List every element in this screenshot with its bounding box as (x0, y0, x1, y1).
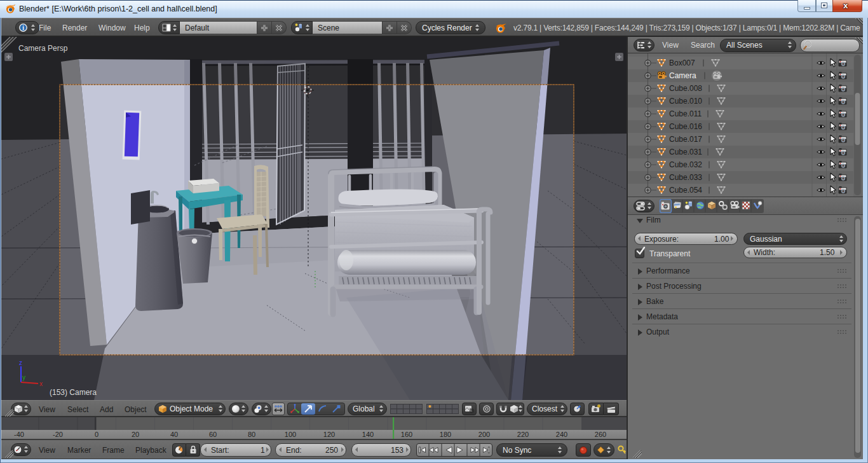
svg-text:160: 160 (401, 431, 412, 438)
svg-text:220: 220 (517, 431, 529, 438)
svg-text:20: 20 (132, 431, 139, 438)
svg-text:140: 140 (362, 431, 374, 438)
svg-text:120: 120 (323, 431, 335, 438)
svg-text:180: 180 (440, 431, 451, 438)
svg-text:Cube.008: Cube.008 (669, 84, 702, 93)
svg-text:Camera Persp: Camera Persp (18, 44, 68, 53)
svg-text:Cube.011: Cube.011 (669, 109, 702, 118)
svg-text:z: z (19, 359, 22, 366)
svg-text:80: 80 (248, 431, 255, 438)
svg-text:40: 40 (170, 431, 178, 438)
svg-text:Camera: Camera (669, 71, 696, 80)
svg-text:i: i (22, 25, 24, 31)
svg-text:x: x (39, 380, 43, 387)
svg-text:260: 260 (595, 431, 606, 438)
svg-text:Cube.033: Cube.033 (669, 173, 702, 182)
svg-text:Cube.032: Cube.032 (669, 160, 702, 169)
svg-text:60: 60 (209, 431, 217, 438)
svg-text:0: 0 (95, 431, 98, 438)
svg-text:Box007: Box007 (669, 59, 695, 67)
svg-text:Cube.010: Cube.010 (669, 97, 702, 106)
svg-text:(153) Camera: (153) Camera (50, 388, 97, 397)
svg-text:200: 200 (478, 431, 490, 438)
svg-text:Cube.054: Cube.054 (669, 186, 702, 195)
svg-text:Cube.031: Cube.031 (669, 148, 702, 156)
svg-text:-20: -20 (53, 431, 63, 438)
svg-text:100: 100 (285, 431, 296, 438)
svg-text:240: 240 (556, 431, 567, 438)
svg-text:-40: -40 (14, 431, 24, 438)
svg-text:y: y (22, 374, 25, 381)
svg-text:Cube.016: Cube.016 (669, 122, 702, 131)
svg-text:Cube.017: Cube.017 (669, 135, 702, 144)
